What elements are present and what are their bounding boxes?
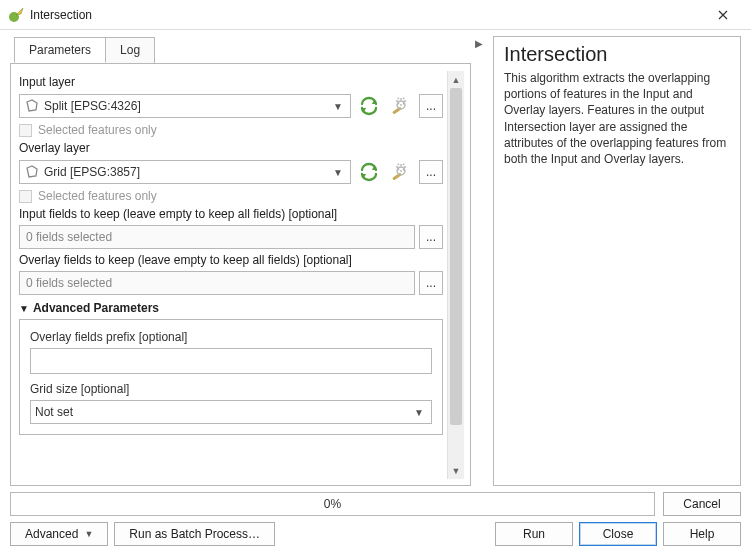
chevron-down-icon: ▼ bbox=[330, 101, 346, 112]
settings-button[interactable] bbox=[387, 159, 415, 185]
advanced-parameters-toggle[interactable]: ▼ Advanced Parameters bbox=[19, 301, 443, 315]
overlay-selected-only-label: Selected features only bbox=[38, 189, 157, 203]
splitter[interactable]: ▶ bbox=[477, 36, 487, 486]
titlebar: Intersection bbox=[0, 0, 751, 30]
advanced-button-label: Advanced bbox=[25, 527, 78, 541]
overlay-layer-value: Grid [EPSG:3857] bbox=[44, 165, 330, 179]
input-fields-label: Input fields to keep (leave empty to kee… bbox=[19, 207, 443, 221]
collapse-arrow-icon: ▶ bbox=[475, 38, 483, 49]
progress-bar: 0% bbox=[10, 492, 655, 516]
window-title: Intersection bbox=[30, 8, 703, 22]
progress-text: 0% bbox=[324, 497, 341, 511]
help-body: This algorithm extracts the overlapping … bbox=[504, 70, 730, 167]
tab-log[interactable]: Log bbox=[105, 37, 155, 63]
tab-parameters[interactable]: Parameters bbox=[14, 37, 106, 63]
polygon-icon bbox=[24, 164, 40, 180]
help-panel: Intersection This algorithm extracts the… bbox=[493, 36, 741, 486]
help-title: Intersection bbox=[504, 43, 730, 66]
scrollbar[interactable]: ▲ ▼ bbox=[447, 71, 464, 479]
scroll-thumb[interactable] bbox=[450, 88, 462, 425]
scroll-down-button[interactable]: ▼ bbox=[448, 462, 464, 479]
cancel-button[interactable]: Cancel bbox=[663, 492, 741, 516]
chevron-down-icon: ▼ bbox=[330, 167, 346, 178]
input-layer-select[interactable]: Split [EPSG:4326] ▼ bbox=[19, 94, 351, 118]
advanced-parameters-label: Advanced Parameters bbox=[33, 301, 159, 315]
overlay-prefix-label: Overlay fields prefix [optional] bbox=[30, 330, 432, 344]
input-layer-value: Split [EPSG:4326] bbox=[44, 99, 330, 113]
advanced-parameters-group: Overlay fields prefix [optional] Grid si… bbox=[19, 319, 443, 435]
overlay-fields-value: 0 fields selected bbox=[19, 271, 415, 295]
run-batch-button[interactable]: Run as Batch Process… bbox=[114, 522, 275, 546]
tab-bar: Parameters Log bbox=[10, 37, 471, 64]
scroll-up-button[interactable]: ▲ bbox=[448, 71, 464, 88]
grid-size-select[interactable]: Not set ▼ bbox=[30, 400, 432, 424]
svg-rect-1 bbox=[392, 106, 402, 114]
app-icon bbox=[8, 7, 24, 23]
grid-size-label: Grid size [optional] bbox=[30, 382, 432, 396]
chevron-down-icon: ▼ bbox=[411, 407, 427, 418]
checkbox-icon bbox=[19, 124, 32, 137]
overlay-layer-select[interactable]: Grid [EPSG:3857] ▼ bbox=[19, 160, 351, 184]
overlay-layer-label: Overlay layer bbox=[19, 141, 443, 155]
polygon-icon bbox=[24, 98, 40, 114]
help-button[interactable]: Help bbox=[663, 522, 741, 546]
chevron-down-icon: ▼ bbox=[84, 529, 93, 539]
browse-input-button[interactable]: ... bbox=[419, 94, 443, 118]
advanced-button[interactable]: Advanced ▼ bbox=[10, 522, 108, 546]
choose-input-fields-button[interactable]: ... bbox=[419, 225, 443, 249]
input-layer-label: Input layer bbox=[19, 75, 443, 89]
close-button[interactable] bbox=[703, 0, 743, 30]
svg-rect-2 bbox=[392, 172, 402, 180]
scroll-track[interactable] bbox=[448, 88, 464, 462]
overlay-prefix-input[interactable] bbox=[30, 348, 432, 374]
input-selected-only-label: Selected features only bbox=[38, 123, 157, 137]
grid-size-value: Not set bbox=[35, 405, 411, 419]
triangle-down-icon: ▼ bbox=[19, 303, 29, 314]
overlay-selected-only-checkbox[interactable]: Selected features only bbox=[19, 189, 443, 203]
input-fields-value: 0 fields selected bbox=[19, 225, 415, 249]
iterate-button[interactable] bbox=[355, 93, 383, 119]
checkbox-icon bbox=[19, 190, 32, 203]
run-button[interactable]: Run bbox=[495, 522, 573, 546]
browse-overlay-button[interactable]: ... bbox=[419, 160, 443, 184]
iterate-button[interactable] bbox=[355, 159, 383, 185]
input-selected-only-checkbox[interactable]: Selected features only bbox=[19, 123, 443, 137]
overlay-fields-label: Overlay fields to keep (leave empty to k… bbox=[19, 253, 443, 267]
choose-overlay-fields-button[interactable]: ... bbox=[419, 271, 443, 295]
settings-button[interactable] bbox=[387, 93, 415, 119]
close-dialog-button[interactable]: Close bbox=[579, 522, 657, 546]
